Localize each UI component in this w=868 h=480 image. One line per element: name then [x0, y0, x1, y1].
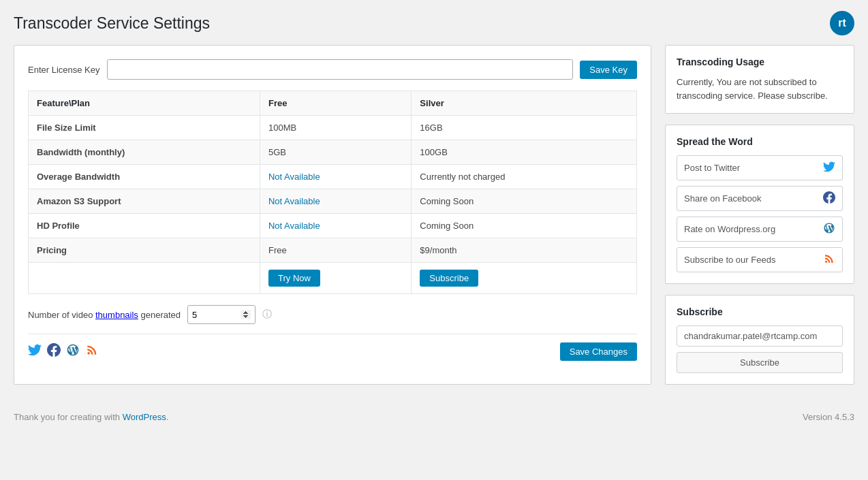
- cell-free: Not Available: [260, 189, 411, 214]
- cell-silver: 100GB: [412, 140, 637, 165]
- table-action-row: Try NowSubscribe: [29, 263, 637, 294]
- table-row: HD ProfileNot AvailableComing Soon: [29, 214, 637, 238]
- left-panel: Enter License Key Save Key Feature\Plan …: [14, 45, 651, 385]
- wordpress-footer-icon[interactable]: [66, 343, 80, 360]
- footer-wordpress-link[interactable]: WordPress: [123, 412, 166, 422]
- license-row: Enter License Key Save Key: [28, 59, 637, 80]
- thumbnails-row: Number of video thumbnails generated ⓘ: [28, 294, 637, 331]
- thumbnails-link[interactable]: thumbnails: [95, 310, 138, 320]
- col-silver: Silver: [412, 91, 637, 116]
- cell-free: Not Available: [260, 165, 411, 189]
- cell-free: 100MB: [260, 116, 411, 140]
- subscribe-title: Subscribe: [677, 306, 843, 317]
- cell-feature: File Size Limit: [29, 116, 260, 140]
- cell-feature: HD Profile: [29, 214, 260, 238]
- col-free: Free: [260, 91, 411, 116]
- table-row: File Size Limit100MB16GB: [29, 116, 637, 140]
- cell-silver: Currently not charged: [412, 165, 637, 189]
- cell-silver: 16GB: [412, 116, 637, 140]
- rt-logo: rt: [830, 11, 854, 35]
- spread-twitter-button[interactable]: Post to Twitter: [677, 155, 843, 180]
- cell-silver: Coming Soon: [412, 189, 637, 214]
- license-label: Enter License Key: [28, 65, 100, 75]
- save-changes-button[interactable]: Save Changes: [560, 342, 637, 361]
- page-title: Transcoder Service Settings: [14, 14, 210, 33]
- table-row: Bandwidth (monthly)5GB100GB: [29, 140, 637, 165]
- subscribe-card: Subscribe Subscribe: [665, 295, 854, 385]
- spread-word-title: Spread the Word: [677, 136, 843, 147]
- spread-wordpress-button[interactable]: Rate on Wordpress.org: [677, 217, 843, 242]
- thumbnails-input[interactable]: [187, 305, 255, 324]
- right-panel: Transcoding Usage Currently, You are not…: [665, 45, 854, 385]
- footer-version: Version 4.5.3: [803, 412, 854, 422]
- cell-free: 5GB: [260, 140, 411, 165]
- table-row: Amazon S3 SupportNot AvailableComing Soo…: [29, 189, 637, 214]
- cell-feature: Pricing: [29, 238, 260, 263]
- footer-thank-you: Thank you for creating with WordPress.: [14, 412, 168, 422]
- cell-feature: Overage Bandwidth: [29, 165, 260, 189]
- cell-silver: Coming Soon: [412, 214, 637, 238]
- table-row: Overage BandwidthNot AvailableCurrently …: [29, 165, 637, 189]
- twitter-footer-icon[interactable]: [28, 343, 42, 360]
- cell-feature: Bandwidth (monthly): [29, 140, 260, 165]
- try-now-button[interactable]: Try Now: [268, 270, 320, 287]
- spread-rss-button[interactable]: Subscribe to our Feeds: [677, 247, 843, 272]
- spread-word-card: Spread the Word Post to TwitterShare on …: [665, 125, 854, 284]
- subscribe-button[interactable]: Subscribe: [677, 352, 843, 373]
- table-row: PricingFree$9/month: [29, 238, 637, 263]
- cell-free: Not Available: [260, 214, 411, 238]
- footer-row: Save Changes: [28, 334, 637, 361]
- subscribe-plan-button[interactable]: Subscribe: [420, 270, 478, 287]
- cell-free: Free: [260, 238, 411, 263]
- spread-buttons-container: Post to TwitterShare on FacebookRate on …: [677, 155, 843, 272]
- transcoding-usage-card: Transcoding Usage Currently, You are not…: [665, 45, 854, 114]
- thumbnails-label: Number of video thumbnails generated: [28, 310, 181, 320]
- save-key-button[interactable]: Save Key: [580, 61, 637, 79]
- info-icon: ⓘ: [262, 308, 272, 321]
- col-feature: Feature\Plan: [29, 91, 260, 116]
- cell-feature: Amazon S3 Support: [29, 189, 260, 214]
- transcoding-usage-title: Transcoding Usage: [677, 57, 843, 67]
- spread-facebook-button[interactable]: Share on Facebook: [677, 186, 843, 211]
- transcoding-usage-text: Currently, You are not subscribed to tra…: [677, 76, 843, 102]
- social-icons: [28, 343, 99, 360]
- rss-footer-icon[interactable]: [85, 343, 99, 360]
- plan-table: Feature\Plan Free Silver File Size Limit…: [28, 91, 637, 294]
- page-footer: Thank you for creating with WordPress. V…: [0, 398, 868, 429]
- cell-silver: $9/month: [412, 238, 637, 263]
- subscribe-email-input[interactable]: [677, 325, 843, 347]
- license-input[interactable]: [107, 59, 574, 80]
- facebook-footer-icon[interactable]: [47, 343, 61, 360]
